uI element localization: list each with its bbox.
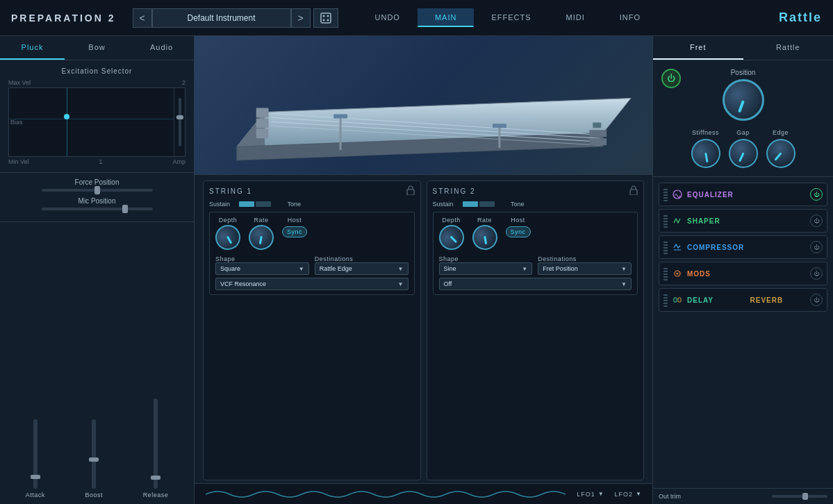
svg-point-4 xyxy=(327,15,329,17)
force-slider-container[interactable] xyxy=(8,189,185,192)
string2-shape-value: Sine xyxy=(444,265,456,272)
main-layout: Pluck Bow Audio Excitation Selector Max … xyxy=(0,36,833,504)
tab-effects[interactable]: EFFECTS xyxy=(474,8,548,27)
right-tabs: Fret Rattle xyxy=(653,36,833,60)
effect-row-eq[interactable]: EQUALIZER ⏻ xyxy=(659,183,827,206)
string1-rate-knob[interactable] xyxy=(247,223,276,252)
edge-knob[interactable] xyxy=(761,133,800,173)
release-col: Release xyxy=(143,398,169,498)
string2-sustain-slider[interactable] xyxy=(463,201,495,207)
string2-rate-knob[interactable] xyxy=(470,223,500,252)
amp-slider[interactable] xyxy=(174,88,185,156)
gap-knob[interactable] xyxy=(725,135,761,171)
attack-thumb[interactable] xyxy=(31,475,40,479)
svg-rect-20 xyxy=(333,114,347,118)
effect-row-mods[interactable]: MODS ⏻ xyxy=(659,262,827,285)
prev-arrow[interactable]: < xyxy=(133,8,152,28)
attack-col: Attack xyxy=(26,419,45,498)
mic-slider-thumb[interactable] xyxy=(122,205,128,213)
mods-icon xyxy=(672,268,683,279)
string1-sync-btn[interactable]: Sync xyxy=(282,226,307,237)
effect-row-shaper[interactable]: SHAPER ⏻ xyxy=(659,209,827,233)
effects-chain: EQUALIZER ⏻ SHAPER ⏻ xyxy=(653,177,833,488)
amp-thumb[interactable] xyxy=(176,115,183,119)
force-slider-thumb[interactable] xyxy=(94,186,100,194)
delay-power-btn[interactable]: ⏻ xyxy=(810,294,823,306)
tab-bow[interactable]: Bow xyxy=(65,36,129,60)
string1-dest-group: Destinations Rattle Edge ▼ xyxy=(315,255,409,275)
string-pair: STRING 1 Sustain xyxy=(203,180,644,480)
string1-vcf-select[interactable]: VCF Resonance ▼ xyxy=(215,278,409,290)
mic-slider-container[interactable] xyxy=(8,208,185,210)
min-vel-label: Min Vel xyxy=(8,158,29,165)
string1-sustain-btn2[interactable] xyxy=(256,201,271,207)
effect-row-compressor[interactable]: COMPRESSOR ⏻ xyxy=(659,235,827,259)
attack-track[interactable] xyxy=(33,419,38,489)
svg-rect-0 xyxy=(321,13,331,23)
string1-shape-value: Square xyxy=(220,265,240,272)
tab-info[interactable]: INFO xyxy=(602,8,658,27)
mods-drag-handle xyxy=(663,267,668,280)
out-trim-slider[interactable] xyxy=(772,495,827,498)
string1-sustain-btn1[interactable] xyxy=(239,201,254,207)
tab-rattle[interactable]: Rattle xyxy=(743,36,834,60)
shaper-power-btn[interactable]: ⏻ xyxy=(810,215,823,227)
stiffness-knob[interactable] xyxy=(687,135,725,172)
lfo2-group: LFO2 ▼ xyxy=(615,491,641,498)
tab-pluck[interactable]: Pluck xyxy=(0,36,65,60)
string2-dest-select[interactable]: Fret Position ▼ xyxy=(538,262,632,275)
center-panel: STRING 1 Sustain xyxy=(195,36,652,504)
excitation-graph[interactable]: Bias xyxy=(8,87,185,157)
tab-main[interactable]: MAIN xyxy=(418,8,475,27)
string1-shape-select[interactable]: Square ▼ xyxy=(215,262,309,275)
string1-sustain-slider[interactable] xyxy=(239,201,271,207)
string2-sustain-btn1[interactable] xyxy=(463,201,478,207)
strings-section: STRING 1 Sustain xyxy=(195,175,652,483)
position-knob[interactable] xyxy=(723,79,764,121)
delay-icon xyxy=(672,294,683,305)
string1-depth-group: Depth xyxy=(215,217,240,250)
string2-sync-btn[interactable]: Sync xyxy=(506,226,531,237)
tab-midi[interactable]: MIDI xyxy=(549,8,602,27)
string2-vcf-select[interactable]: Off ▼ xyxy=(439,278,632,290)
dice-button[interactable] xyxy=(313,8,338,28)
sliders-section: Force Position Mic Position xyxy=(0,173,194,222)
string1-depth-knob[interactable] xyxy=(211,220,245,254)
release-track[interactable] xyxy=(154,398,158,489)
tab-undo[interactable]: UNDO xyxy=(358,8,418,27)
release-label: Release xyxy=(143,492,169,498)
lfo1-label: LFO1 xyxy=(577,491,595,498)
svg-rect-28 xyxy=(674,298,677,302)
out-trim-thumb[interactable] xyxy=(802,493,808,500)
attack-label: Attack xyxy=(26,492,45,498)
bottom-bar: LFO1 ▼ LFO2 ▼ xyxy=(195,483,652,504)
string2-sustain-btn2[interactable] xyxy=(479,201,495,207)
string1-lock-icon[interactable] xyxy=(406,185,415,196)
string2-depth-group: Depth xyxy=(439,217,464,250)
string2-depth-knob[interactable] xyxy=(434,220,469,255)
string2-shape-select[interactable]: Sine ▼ xyxy=(439,262,533,275)
effect-row-delay-reverb[interactable]: DELAY REVERB ⏻ xyxy=(659,288,827,312)
string1-header: STRING 1 xyxy=(209,185,415,196)
instrument-view xyxy=(195,36,652,175)
tab-audio[interactable]: Audio xyxy=(129,36,194,60)
string2-shape-label: Shape xyxy=(439,255,533,262)
fret-power-btn[interactable]: ⏻ xyxy=(661,69,681,88)
lfo1-chevron[interactable]: ▼ xyxy=(598,491,604,497)
string2-shape-chevron: ▼ xyxy=(522,266,527,272)
release-thumb[interactable] xyxy=(151,476,160,480)
boost-track[interactable] xyxy=(92,419,96,489)
position-label: Position xyxy=(731,69,756,76)
string2-lock-icon[interactable] xyxy=(629,185,638,196)
boost-thumb[interactable] xyxy=(89,457,99,462)
app-name: Rattle xyxy=(779,10,822,25)
tab-fret[interactable]: Fret xyxy=(653,36,743,60)
lfo2-chevron[interactable]: ▼ xyxy=(636,491,641,497)
string2-rate-group: Rate xyxy=(472,217,497,250)
string2-sustain-row: Sustain Tone xyxy=(433,201,638,208)
mods-power-btn[interactable]: ⏻ xyxy=(810,267,823,280)
comp-power-btn[interactable]: ⏻ xyxy=(810,241,823,253)
next-arrow[interactable]: > xyxy=(291,8,311,28)
string1-dest-select[interactable]: Rattle Edge ▼ xyxy=(315,262,409,275)
eq-power-btn[interactable]: ⏻ xyxy=(810,188,823,201)
